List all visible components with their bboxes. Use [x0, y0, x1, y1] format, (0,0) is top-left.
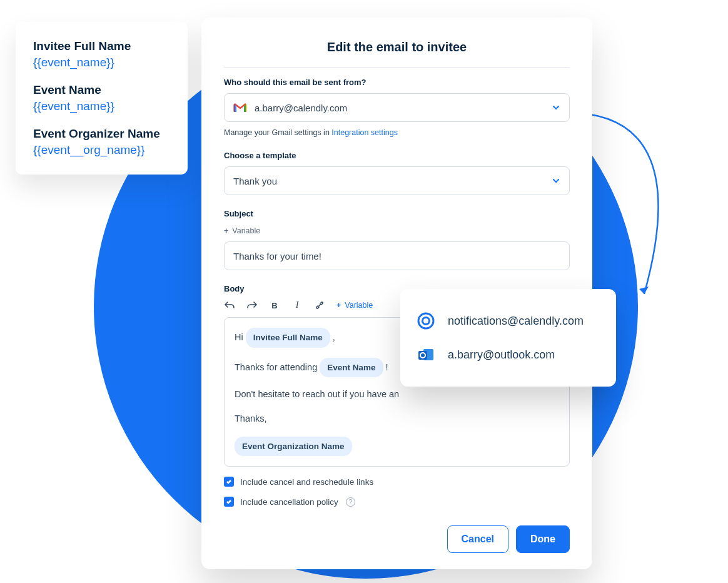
bold-icon[interactable]: B — [269, 300, 280, 311]
template-select[interactable]: Thank you — [224, 166, 570, 195]
plus-icon: + — [224, 226, 228, 235]
gmail-icon — [233, 102, 247, 113]
calendly-icon — [417, 312, 435, 330]
variable-label: Event Organizer Name — [33, 127, 170, 141]
variable-token: {{event_name}} — [33, 56, 170, 69]
variable-row: Event Name {{event_name}} — [33, 83, 170, 113]
variable-label: Event Name — [33, 83, 170, 97]
modal-title: Edit the email to invitee — [224, 40, 570, 68]
variable-chip-org-name[interactable]: Event Organization Name — [235, 437, 352, 457]
outlook-icon — [417, 345, 435, 364]
variable-token: {{event_name}} — [33, 99, 170, 113]
template-selected-value: Thank you — [233, 176, 277, 186]
variable-token: {{event__org_name}} — [33, 143, 170, 157]
template-label: Choose a template — [224, 151, 570, 160]
variable-chip-invitee-name[interactable]: Invitee Full Name — [246, 328, 330, 348]
svg-point-3 — [423, 318, 430, 325]
include-policy-checkbox[interactable] — [224, 497, 234, 507]
integration-settings-link[interactable]: Integration settings — [331, 128, 398, 137]
redo-icon[interactable] — [246, 300, 258, 311]
variable-row: Invitee Full Name {{event_name}} — [33, 39, 170, 69]
svg-marker-0 — [639, 286, 649, 294]
plus-icon: + — [336, 301, 341, 310]
subject-add-variable[interactable]: + Variable — [224, 226, 260, 235]
sender-option-calendly[interactable]: notifications@calendly.com — [414, 304, 602, 338]
sender-option-outlook[interactable]: a.barry@outlook.com — [414, 338, 602, 372]
cancel-button[interactable]: Cancel — [447, 525, 508, 553]
variable-chip-event-name[interactable]: Event Name — [320, 358, 383, 378]
sender-selected-value: a.barry@calendly.com — [255, 103, 347, 113]
help-icon[interactable]: ? — [346, 497, 355, 507]
body-add-variable[interactable]: + Variable — [336, 301, 373, 310]
include-policy-row: Include cancellation policy ? — [224, 497, 570, 507]
sender-select[interactable]: a.barry@calendly.com — [224, 93, 570, 122]
include-cancel-row: Include cancel and reschedule links — [224, 477, 570, 487]
chevron-down-icon — [552, 176, 560, 185]
subject-input[interactable] — [224, 241, 570, 270]
sender-option-email: notifications@calendly.com — [448, 315, 584, 328]
variables-card: Invitee Full Name {{event_name}} Event N… — [16, 22, 188, 175]
variable-row: Event Organizer Name {{event__org_name}} — [33, 127, 170, 157]
sender-helper-text: Manage your Gmail settings in Integratio… — [224, 128, 570, 137]
undo-icon[interactable] — [224, 300, 235, 311]
include-cancel-checkbox[interactable] — [224, 477, 234, 487]
sender-option-email: a.barry@outlook.com — [448, 348, 555, 362]
variable-label: Invitee Full Name — [33, 39, 170, 53]
subject-label: Subject — [224, 209, 570, 218]
chevron-down-icon — [552, 103, 560, 112]
modal-footer: Cancel Done — [224, 525, 570, 553]
svg-point-2 — [418, 313, 433, 328]
sender-label: Who should this email be sent from? — [224, 78, 570, 87]
include-cancel-label: Include cancel and reschedule links — [240, 477, 373, 487]
done-button[interactable]: Done — [516, 525, 570, 553]
italic-icon[interactable]: I — [291, 300, 303, 311]
link-icon[interactable] — [314, 300, 325, 311]
include-policy-label: Include cancellation policy — [240, 497, 338, 507]
sender-dropdown-popover: notifications@calendly.com a.barry@outlo… — [400, 289, 616, 387]
